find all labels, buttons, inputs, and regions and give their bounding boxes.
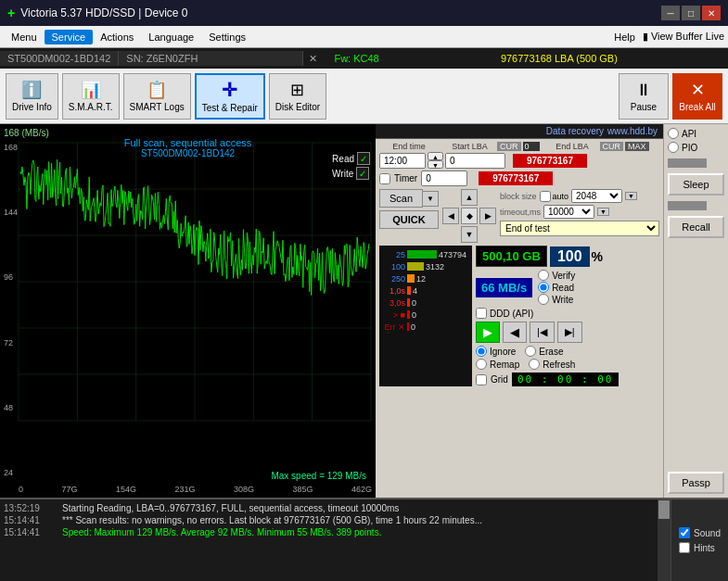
timeout-label: timeout,ms [500,208,541,217]
pio-radio[interactable] [668,142,679,153]
read-checkbox[interactable]: ✓ [357,152,370,165]
start-lba-input[interactable] [445,153,505,169]
api-radio[interactable] [668,128,679,139]
test-repair-button[interactable]: ✛ Test & Repair [195,73,265,120]
stat-3s-label: 3,0s [383,298,405,308]
view-buffer-label[interactable]: ▮ View Buffer Live [643,31,724,43]
minimize-button[interactable]: ─ [661,6,680,20]
speed-bar-2 [668,201,707,210]
time-down-button[interactable]: ▼ [428,160,443,169]
verify-radio-row: Verify [538,270,575,281]
prev-button[interactable]: |◀ [530,322,555,343]
stat-gt-value: 0 [412,310,416,320]
recall-button[interactable]: Recall [668,216,724,238]
passp-button[interactable]: Passp [668,472,724,494]
end-test-select[interactable]: End of test Loop Shut down Hibernate [500,221,659,236]
time-input[interactable] [379,153,426,169]
write-radio[interactable] [538,294,549,305]
nav-center-button[interactable]: ◆ [461,208,478,224]
log-text-3: Speed: Maximum 129 MB/s. Average 92 MB/s… [62,527,381,537]
close-drive-icon[interactable]: ✕ [303,51,323,67]
write-checkbox[interactable]: ✓ [356,167,369,180]
log-scrollbar[interactable] [658,499,671,581]
transport-buttons: ▶ ◀ |◀ ▶| [476,322,659,343]
break-all-button[interactable]: ✕ Break All [672,73,722,120]
nav-down-button[interactable]: ▼ [461,226,478,243]
scan-button[interactable]: Scan [379,189,423,208]
stat-100-bar [407,262,424,271]
nav-up-button[interactable]: ▲ [461,189,478,206]
pause-label: Pause [631,102,657,112]
log-text-1: Starting Reading, LBA=0..976773167, FULL… [62,503,399,513]
disk-editor-button[interactable]: ⊞ Disk Editor [269,73,326,120]
scan-dropdown-button[interactable]: ▼ [423,191,439,207]
sound-row: Sound [679,527,721,538]
verify-radio[interactable] [538,270,549,281]
menu-menu[interactable]: Menu [4,30,45,44]
sound-checkbox[interactable] [679,527,690,538]
erase-radio-row: Erase [525,346,563,357]
pause-button[interactable]: ⏸ Pause [619,73,669,120]
menu-actions[interactable]: Actions [93,30,141,44]
menu-service[interactable]: Service [45,30,94,44]
stat-250-label: 250 [383,274,405,284]
drive-info-label: Drive Info [12,102,52,112]
smart-logs-button[interactable]: 📋 SMART Logs [123,73,191,120]
far-right-panel: API PIO Sleep Recall Passp [663,124,728,498]
lba-input-row: ▲ ▼ 976773167 [379,152,659,169]
stat-gt-bar [407,310,410,319]
pause-icon: ⏸ [635,81,652,100]
timer-label: Timer [394,173,417,183]
smart-logs-icon: 📋 [147,80,167,100]
smart-button[interactable]: 📊 S.M.A.R.T. [62,73,120,120]
hints-checkbox[interactable] [679,542,690,553]
timeout-dropdown[interactable]: ▼ [597,208,609,216]
scan-section: Scan ▼ QUICK [379,189,439,229]
ignore-erase-row: Ignore Erase [476,346,659,357]
remap-label: Remap [490,360,519,370]
remap-refresh-row: Remap Refresh [476,359,659,370]
refresh-radio[interactable] [529,359,540,370]
sleep-button[interactable]: Sleep [668,173,724,196]
timer-input[interactable] [421,171,467,186]
erase-radio[interactable] [525,346,536,357]
close-button[interactable]: ✕ [702,6,721,20]
firmware-version: Fw: KC48 [323,51,390,66]
ignore-remap-section: Ignore Erase Remap [476,346,659,370]
quick-button[interactable]: QUICK [379,210,439,229]
sound-hints-panel: Sound Hints [671,499,728,581]
graph-mbps: 168 (MB/s) [4,128,49,138]
maximize-button[interactable]: □ [682,6,700,20]
menu-settings[interactable]: Settings [201,30,253,44]
menu-help[interactable]: Help [607,30,643,44]
scan-button-row: Scan ▼ [379,189,439,208]
cur-value: 0 [523,142,540,151]
next-button[interactable]: ▶| [557,322,582,343]
stat-25-value: 473794 [439,250,466,259]
ignore-radio[interactable] [476,346,487,357]
drive-info-button[interactable]: ℹ️ Drive Info [6,73,58,120]
read-radio[interactable] [538,282,549,293]
nav-left-button[interactable]: ◀ [442,208,459,224]
block-size-select[interactable]: 2048 [571,189,622,203]
sound-label: Sound [694,528,721,538]
ddd-row: DDD (API) [476,308,659,319]
play-button[interactable]: ▶ [476,322,500,343]
remap-radio[interactable] [476,359,487,370]
block-size-dropdown[interactable]: ▼ [625,192,637,200]
timer-checkbox[interactable] [379,173,390,184]
hints-row: Hints [679,542,721,553]
time-up-button[interactable]: ▲ [428,152,443,160]
ddd-checkbox[interactable] [476,308,487,319]
grid-checkbox[interactable] [476,374,487,385]
timeout-select[interactable]: 10000 [543,205,594,219]
rewind-button[interactable]: ◀ [503,322,527,343]
data-recovery-header: Data recovery www.hdd.by [376,124,663,139]
stat-3s-bar [407,298,410,307]
auto-checkbox[interactable] [540,191,551,202]
menu-language[interactable]: Language [141,30,201,44]
break-icon: ✕ [691,80,705,100]
time-spinners: ▲ ▼ [428,152,443,169]
nav-right-button[interactable]: ▶ [479,208,496,224]
data-recovery-line2: www.hdd.by [607,126,658,136]
